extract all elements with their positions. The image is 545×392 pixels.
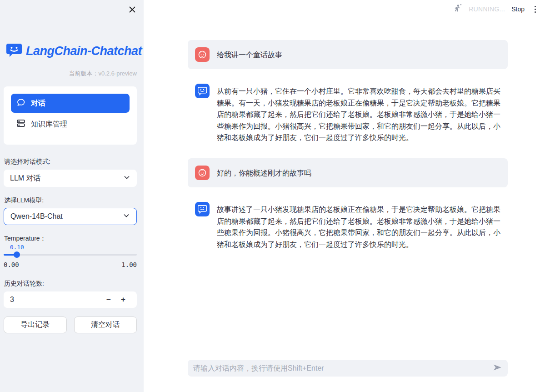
chevron-down-icon bbox=[123, 174, 130, 183]
status-toolbar: RUNNING... Stop bbox=[453, 0, 545, 18]
assistant-message: 故事讲述了一只小猪发现糖果店的老板娘正在偷糖果，于是它决定帮助老板娘。它把糖果店… bbox=[188, 195, 508, 257]
dialogue-mode-value: LLM 对话 bbox=[10, 174, 41, 183]
slider-thumb[interactable] bbox=[14, 251, 20, 258]
user-avatar-icon bbox=[195, 166, 210, 180]
clear-dialogue-button[interactable]: 清空对话 bbox=[74, 317, 137, 333]
user-message: 好的，你能概述刚才的故事吗 bbox=[188, 158, 508, 187]
send-button[interactable] bbox=[492, 362, 502, 374]
user-message: 给我讲一个童话故事 bbox=[188, 40, 508, 69]
running-status-text: RUNNING... bbox=[469, 5, 505, 13]
decrement-button[interactable]: − bbox=[101, 291, 116, 308]
increment-button[interactable]: + bbox=[116, 291, 130, 308]
dialogue-mode-label: 请选择对话模式: bbox=[4, 158, 50, 166]
temperature-label: Temperature： bbox=[4, 235, 46, 243]
sidebar-actions: 导出记录 清空对话 bbox=[4, 317, 137, 333]
menu-item-label: 知识库管理 bbox=[31, 120, 67, 129]
history-turns-stepper[interactable]: 3 − + bbox=[4, 291, 137, 308]
export-records-button[interactable]: 导出记录 bbox=[4, 317, 67, 333]
version-label: 当前版本： bbox=[69, 70, 98, 77]
history-turns-label: 历史对话轮数: bbox=[4, 280, 44, 288]
message-text: 好的，你能概述刚才的故事吗 bbox=[217, 166, 311, 180]
app-window: LangChain-Chatchat 当前版本：v0.2.6-preview 对… bbox=[0, 0, 545, 392]
assistant-avatar-icon bbox=[195, 84, 210, 98]
stop-button[interactable]: Stop bbox=[511, 5, 525, 13]
menu-item-dialogue[interactable]: 对话 bbox=[11, 94, 130, 113]
slider-min-label: 0.00 bbox=[4, 261, 19, 268]
assistant-avatar-icon bbox=[195, 202, 210, 216]
app-title: LangChain-Chatchat bbox=[26, 44, 142, 58]
chat-bubble-icon bbox=[16, 98, 25, 109]
database-icon bbox=[16, 119, 25, 130]
running-man-icon bbox=[453, 4, 462, 15]
chat-bubble-smiley-icon bbox=[6, 43, 22, 60]
message-text: 从前有一只小猪，它住在一个小村庄里。它非常喜欢吃甜食，每天都会去村里的糖果店买糖… bbox=[217, 84, 500, 144]
chevron-down-icon bbox=[123, 212, 130, 221]
sidebar-close-button[interactable] bbox=[126, 4, 139, 16]
temperature-value: 0.10 bbox=[10, 244, 24, 251]
version-number: v0.2.6-preview bbox=[98, 70, 137, 77]
sidebar-menu: 对话 知识库管理 bbox=[4, 86, 137, 145]
version-info: 当前版本：v0.2.6-preview bbox=[69, 70, 137, 78]
llm-model-value: Qwen-14B-Chat bbox=[10, 212, 63, 221]
send-arrow-icon bbox=[492, 362, 502, 374]
slider-max-label: 1.00 bbox=[121, 261, 137, 268]
chat-input-bar bbox=[188, 360, 508, 377]
history-turns-value: 3 bbox=[10, 296, 101, 304]
slider-track[interactable] bbox=[4, 254, 137, 256]
chat-messages: 给我讲一个童话故事 从前有一只小猪，它住在一个小村庄里。它非常喜欢吃甜食，每天都… bbox=[188, 40, 508, 265]
overflow-menu-button[interactable] bbox=[531, 3, 540, 15]
menu-item-knowledge-base[interactable]: 知识库管理 bbox=[11, 115, 130, 134]
slider-range-labels: 0.00 1.00 bbox=[4, 261, 137, 268]
app-logo: LangChain-Chatchat bbox=[6, 43, 142, 60]
chat-input[interactable] bbox=[193, 364, 492, 372]
menu-item-label: 对话 bbox=[31, 99, 45, 108]
llm-model-label: 选择LLM模型: bbox=[4, 196, 44, 205]
message-text: 给我讲一个童话故事 bbox=[217, 47, 282, 62]
dialogue-mode-select[interactable]: LLM 对话 bbox=[4, 170, 137, 187]
assistant-message: 从前有一只小猪，它住在一个小村庄里。它非常喜欢吃甜食，每天都会去村里的糖果店买糖… bbox=[188, 76, 508, 151]
message-text: 故事讲述了一只小猪发现糖果店的老板娘正在偷糖果，于是它决定帮助老板娘。它把糖果店… bbox=[217, 202, 500, 250]
sidebar: LangChain-Chatchat 当前版本：v0.2.6-preview 对… bbox=[0, 0, 144, 392]
user-avatar-icon bbox=[195, 47, 210, 62]
close-icon bbox=[129, 6, 136, 15]
llm-model-select[interactable]: Qwen-14B-Chat bbox=[4, 208, 137, 225]
